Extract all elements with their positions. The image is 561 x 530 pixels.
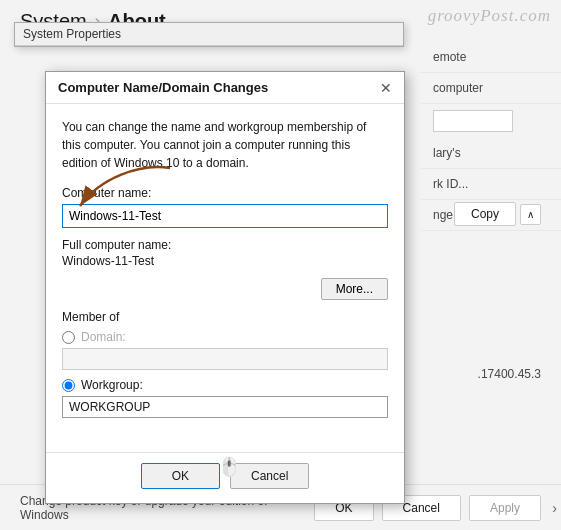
version-text: .17400.45.3 xyxy=(478,367,541,381)
computer-name-input[interactable] xyxy=(62,204,388,228)
dialog-titlebar: Computer Name/Domain Changes ✕ xyxy=(46,72,404,104)
dialog-close-button[interactable]: ✕ xyxy=(380,81,392,95)
dialog-ok-button[interactable]: OK xyxy=(141,463,220,489)
copy-area: Copy ∧ xyxy=(454,202,541,226)
bottom-apply-button[interactable]: Apply xyxy=(469,495,541,521)
dialog-info-text: You can change the name and workgroup me… xyxy=(62,118,388,172)
full-name-label: Full computer name: xyxy=(62,238,388,252)
chevron-right-icon: › xyxy=(552,500,557,516)
full-name-value: Windows-11-Test xyxy=(62,254,388,268)
right-panel-rk-id: rk ID... xyxy=(421,169,561,200)
domain-radio-row: Domain: xyxy=(62,330,388,344)
dialog-cancel-button[interactable]: Cancel xyxy=(230,463,309,489)
copy-button[interactable]: Copy xyxy=(454,202,516,226)
chevron-down-button[interactable]: ∧ xyxy=(520,204,541,225)
workgroup-radio[interactable] xyxy=(62,379,75,392)
computer-name-dialog: Computer Name/Domain Changes ✕ You can c… xyxy=(45,71,405,504)
member-of-label: Member of xyxy=(62,310,388,324)
sys-props-titlebar: System Properties xyxy=(15,23,403,46)
sys-props-title: System Properties xyxy=(23,27,121,41)
workgroup-input[interactable] xyxy=(62,396,388,418)
domain-radio[interactable] xyxy=(62,331,75,344)
right-panel-field1 xyxy=(421,104,561,138)
right-panel: emote computer lary's Copy ∧ rk ID... ng… xyxy=(421,42,561,484)
field-box-1 xyxy=(433,110,513,132)
domain-input xyxy=(62,348,388,370)
dialog-title: Computer Name/Domain Changes xyxy=(58,80,268,95)
dialog-body: You can change the name and workgroup me… xyxy=(46,104,404,448)
computer-name-label: Computer name: xyxy=(62,186,388,200)
more-row: More... xyxy=(62,278,388,300)
more-button[interactable]: More... xyxy=(321,278,388,300)
workgroup-radio-row: Workgroup: xyxy=(62,378,388,392)
domain-radio-label: Domain: xyxy=(81,330,126,344)
system-properties-window: System Properties Computer Name/Domain C… xyxy=(14,22,404,47)
member-of-section: Member of Domain: Workgroup: xyxy=(62,310,388,422)
dialog-footer: OK Cancel xyxy=(46,452,404,503)
workgroup-radio-label: Workgroup: xyxy=(81,378,143,392)
right-panel-computer: computer xyxy=(421,73,561,104)
watermark: groovyPost.com xyxy=(428,6,551,26)
right-panel-lary: lary's xyxy=(421,138,561,169)
right-panel-remote: emote xyxy=(421,42,561,73)
